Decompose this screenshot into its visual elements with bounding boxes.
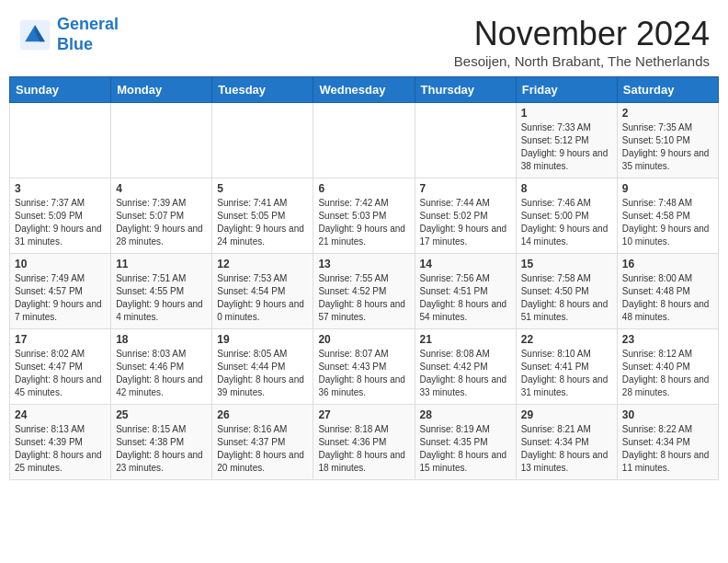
day-number: 18: [116, 333, 207, 346]
calendar-body: 1Sunrise: 7:33 AM Sunset: 5:12 PM Daylig…: [10, 103, 719, 480]
calendar-week-3: 17Sunrise: 8:02 AM Sunset: 4:47 PM Dayli…: [10, 329, 719, 405]
calendar-cell: [212, 103, 313, 178]
day-number: 30: [622, 408, 713, 421]
day-number: 21: [420, 333, 511, 346]
logo: General Blue: [18, 15, 119, 54]
col-friday: Friday: [516, 77, 617, 103]
day-content: Sunrise: 8:05 AM Sunset: 4:44 PM Dayligh…: [217, 348, 308, 399]
title-block: November 2024 Besoijen, North Brabant, T…: [454, 15, 710, 69]
day-number: 17: [15, 333, 106, 346]
calendar-week-2: 10Sunrise: 7:49 AM Sunset: 4:57 PM Dayli…: [10, 254, 719, 329]
day-number: 9: [622, 182, 713, 195]
logo-text: General Blue: [57, 15, 119, 54]
day-number: 13: [318, 258, 409, 270]
calendar-cell: 29Sunrise: 8:21 AM Sunset: 4:34 PM Dayli…: [516, 405, 617, 480]
day-content: Sunrise: 8:07 AM Sunset: 4:43 PM Dayligh…: [318, 348, 409, 399]
day-content: Sunrise: 8:08 AM Sunset: 4:42 PM Dayligh…: [420, 348, 511, 399]
day-number: 28: [420, 408, 511, 421]
col-tuesday: Tuesday: [212, 77, 313, 103]
day-content: Sunrise: 8:19 AM Sunset: 4:35 PM Dayligh…: [420, 423, 511, 475]
calendar-cell: 2Sunrise: 7:35 AM Sunset: 5:10 PM Daylig…: [617, 103, 718, 178]
day-content: Sunrise: 7:35 AM Sunset: 5:10 PM Dayligh…: [622, 121, 713, 173]
day-number: 3: [15, 182, 106, 195]
calendar-cell: 3Sunrise: 7:37 AM Sunset: 5:09 PM Daylig…: [10, 178, 111, 254]
day-number: 5: [217, 182, 308, 195]
calendar-cell: [415, 103, 516, 178]
day-content: Sunrise: 8:21 AM Sunset: 4:34 PM Dayligh…: [521, 423, 612, 475]
day-number: 6: [318, 182, 409, 195]
day-content: Sunrise: 7:37 AM Sunset: 5:09 PM Dayligh…: [15, 197, 106, 248]
page-header: General Blue November 2024 Besoijen, Nor…: [0, 0, 728, 76]
day-content: Sunrise: 8:00 AM Sunset: 4:48 PM Dayligh…: [622, 272, 713, 324]
calendar-cell: 14Sunrise: 7:56 AM Sunset: 4:51 PM Dayli…: [415, 254, 516, 329]
calendar-cell: 22Sunrise: 8:10 AM Sunset: 4:41 PM Dayli…: [516, 329, 617, 405]
day-content: Sunrise: 8:18 AM Sunset: 4:36 PM Dayligh…: [318, 423, 409, 475]
calendar-cell: 15Sunrise: 7:58 AM Sunset: 4:50 PM Dayli…: [516, 254, 617, 329]
calendar-cell: 18Sunrise: 8:03 AM Sunset: 4:46 PM Dayli…: [111, 329, 212, 405]
day-content: Sunrise: 8:10 AM Sunset: 4:41 PM Dayligh…: [521, 348, 612, 399]
day-number: 22: [521, 333, 612, 346]
month-title: November 2024: [454, 15, 710, 53]
calendar-header-row: Sunday Monday Tuesday Wednesday Thursday…: [10, 77, 719, 103]
day-number: 29: [521, 408, 612, 421]
day-number: 8: [521, 182, 612, 195]
logo-icon: [18, 18, 51, 52]
day-number: 14: [420, 258, 511, 270]
calendar-cell: 28Sunrise: 8:19 AM Sunset: 4:35 PM Dayli…: [415, 405, 516, 480]
calendar-week-4: 24Sunrise: 8:13 AM Sunset: 4:39 PM Dayli…: [10, 405, 719, 480]
day-number: 15: [521, 258, 612, 270]
location-subtitle: Besoijen, North Brabant, The Netherlands: [454, 53, 710, 69]
day-content: Sunrise: 7:58 AM Sunset: 4:50 PM Dayligh…: [521, 272, 612, 324]
day-number: 1: [521, 107, 612, 120]
col-sunday: Sunday: [10, 77, 111, 103]
calendar-cell: 27Sunrise: 8:18 AM Sunset: 4:36 PM Dayli…: [313, 405, 415, 480]
day-content: Sunrise: 7:46 AM Sunset: 5:00 PM Dayligh…: [521, 197, 612, 248]
day-content: Sunrise: 8:15 AM Sunset: 4:38 PM Dayligh…: [116, 423, 207, 475]
day-content: Sunrise: 7:55 AM Sunset: 4:52 PM Dayligh…: [318, 272, 409, 324]
calendar-week-1: 3Sunrise: 7:37 AM Sunset: 5:09 PM Daylig…: [10, 178, 719, 254]
calendar-cell: 24Sunrise: 8:13 AM Sunset: 4:39 PM Dayli…: [10, 405, 111, 480]
calendar-cell: 19Sunrise: 8:05 AM Sunset: 4:44 PM Dayli…: [212, 329, 313, 405]
calendar-container: Sunday Monday Tuesday Wednesday Thursday…: [0, 76, 728, 489]
day-content: Sunrise: 8:12 AM Sunset: 4:40 PM Dayligh…: [622, 348, 713, 399]
day-content: Sunrise: 7:39 AM Sunset: 5:07 PM Dayligh…: [116, 197, 207, 248]
day-number: 19: [217, 333, 308, 346]
day-content: Sunrise: 8:02 AM Sunset: 4:47 PM Dayligh…: [15, 348, 106, 399]
day-number: 4: [116, 182, 207, 195]
day-content: Sunrise: 8:16 AM Sunset: 4:37 PM Dayligh…: [217, 423, 308, 475]
calendar-cell: 25Sunrise: 8:15 AM Sunset: 4:38 PM Dayli…: [111, 405, 212, 480]
day-number: 2: [622, 107, 713, 120]
calendar-cell: 10Sunrise: 7:49 AM Sunset: 4:57 PM Dayli…: [10, 254, 111, 329]
day-content: Sunrise: 7:42 AM Sunset: 5:03 PM Dayligh…: [318, 197, 409, 248]
day-content: Sunrise: 7:33 AM Sunset: 5:12 PM Dayligh…: [521, 121, 612, 173]
day-content: Sunrise: 7:49 AM Sunset: 4:57 PM Dayligh…: [15, 272, 106, 324]
calendar-cell: 6Sunrise: 7:42 AM Sunset: 5:03 PM Daylig…: [313, 178, 415, 254]
day-number: 23: [622, 333, 713, 346]
day-number: 16: [622, 258, 713, 270]
calendar-cell: 8Sunrise: 7:46 AM Sunset: 5:00 PM Daylig…: [516, 178, 617, 254]
day-content: Sunrise: 8:03 AM Sunset: 4:46 PM Dayligh…: [116, 348, 207, 399]
calendar-cell: 5Sunrise: 7:41 AM Sunset: 5:05 PM Daylig…: [212, 178, 313, 254]
calendar-cell: 23Sunrise: 8:12 AM Sunset: 4:40 PM Dayli…: [617, 329, 718, 405]
calendar-cell: 26Sunrise: 8:16 AM Sunset: 4:37 PM Dayli…: [212, 405, 313, 480]
day-content: Sunrise: 7:51 AM Sunset: 4:55 PM Dayligh…: [116, 272, 207, 324]
calendar-cell: 11Sunrise: 7:51 AM Sunset: 4:55 PM Dayli…: [111, 254, 212, 329]
calendar-cell: [313, 103, 415, 178]
calendar-cell: 12Sunrise: 7:53 AM Sunset: 4:54 PM Dayli…: [212, 254, 313, 329]
day-number: 10: [15, 258, 106, 270]
day-content: Sunrise: 7:41 AM Sunset: 5:05 PM Dayligh…: [217, 197, 308, 248]
calendar-cell: [111, 103, 212, 178]
day-number: 7: [420, 182, 511, 195]
day-number: 26: [217, 408, 308, 421]
calendar-cell: [10, 103, 111, 178]
calendar-cell: 1Sunrise: 7:33 AM Sunset: 5:12 PM Daylig…: [516, 103, 617, 178]
calendar-cell: 7Sunrise: 7:44 AM Sunset: 5:02 PM Daylig…: [415, 178, 516, 254]
calendar-cell: 4Sunrise: 7:39 AM Sunset: 5:07 PM Daylig…: [111, 178, 212, 254]
day-content: Sunrise: 7:48 AM Sunset: 4:58 PM Dayligh…: [622, 197, 713, 248]
day-content: Sunrise: 7:53 AM Sunset: 4:54 PM Dayligh…: [217, 272, 308, 324]
day-number: 27: [318, 408, 409, 421]
calendar-cell: 20Sunrise: 8:07 AM Sunset: 4:43 PM Dayli…: [313, 329, 415, 405]
calendar-cell: 9Sunrise: 7:48 AM Sunset: 4:58 PM Daylig…: [617, 178, 718, 254]
day-number: 24: [15, 408, 106, 421]
calendar-cell: 16Sunrise: 8:00 AM Sunset: 4:48 PM Dayli…: [617, 254, 718, 329]
